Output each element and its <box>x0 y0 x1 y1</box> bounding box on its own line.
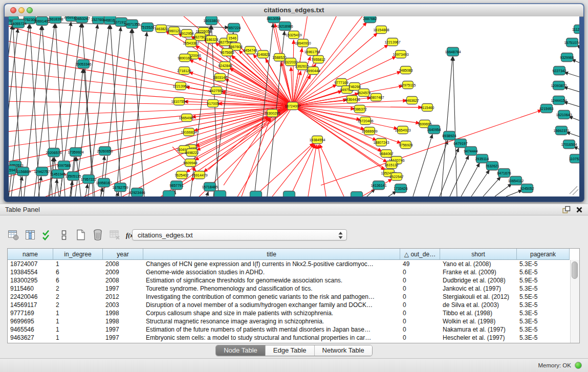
table-cell: 22420046 <box>8 293 53 301</box>
new-column-icon[interactable] <box>75 229 87 241</box>
table-cell: 2008 <box>103 260 143 268</box>
table-row[interactable]: 969969511998Structural magnetic resonanc… <box>8 317 579 325</box>
graph-node-label: 12213963 <box>172 84 188 88</box>
table-cell: 1 <box>53 317 103 325</box>
graph-node-label: 12093872 <box>551 84 567 87</box>
table-cell: 5.3E-5 <box>517 309 570 317</box>
table-cell: Wolkin et al. (1998) <box>440 317 517 325</box>
column-header[interactable]: in_degree <box>53 249 103 260</box>
table-row[interactable]: 2242004622012Investigating the contribut… <box>8 293 579 301</box>
graph-node[interactable] <box>250 191 262 197</box>
table-cell: 5.3E-5 <box>517 285 570 293</box>
table-cell: Genome-wide association studies in ADHD. <box>143 268 400 276</box>
table-selector[interactable]: citations_edges.txt <box>132 229 347 240</box>
column-header[interactable]: title <box>143 249 400 260</box>
graph-node-label: 11156869 <box>15 170 31 173</box>
table-row[interactable]: 946362711997Embryonic stem cells: a mode… <box>8 334 579 342</box>
table-cell: 5.3E-5 <box>517 260 570 268</box>
table-selector-value: citations_edges.txt <box>138 231 193 239</box>
graph-node-label: 15325419 <box>286 33 301 37</box>
column-header[interactable]: △ out_de… <box>400 249 440 260</box>
graph-node-label: 9329966 <box>560 56 574 59</box>
graph-node-label: 9684067 <box>379 152 393 156</box>
column-header[interactable]: name <box>8 249 53 260</box>
graph-node-label: 19166834 <box>181 130 197 134</box>
table-cell: 9115460 <box>8 285 53 293</box>
graph-node-label: 13505135 <box>65 174 81 178</box>
graph-node-label: 8454749 <box>243 49 257 52</box>
graph-node-label: 8427552 <box>209 89 223 93</box>
graph-node-label: 15654987 <box>179 116 194 120</box>
graph-node-label: 7485083 <box>399 69 412 72</box>
graph-node-label: 24364436 <box>344 98 360 101</box>
table-gear-icon[interactable] <box>7 229 19 241</box>
graph-node-label: 7386372 <box>353 107 366 111</box>
table-row[interactable]: 946554611997Estimation of the future num… <box>8 325 579 334</box>
graph-node[interactable] <box>351 192 363 197</box>
memory-status-icon[interactable] <box>575 362 582 369</box>
table-cell: Nakamura et al. (1997) <box>440 325 517 334</box>
column-header[interactable]: year <box>103 249 143 260</box>
graph-node-label: 18724007 <box>285 104 300 108</box>
column-header[interactable]: short <box>440 249 517 260</box>
table-mode-icon[interactable] <box>58 229 70 241</box>
table-row[interactable]: 911546021997Tourette syndrome. Phenomeno… <box>8 285 579 293</box>
network-canvas[interactable]: 2260538976230914055724206914061561839820… <box>9 16 579 196</box>
select-rows-icon[interactable] <box>41 229 53 241</box>
table-cell: 0 <box>400 309 440 317</box>
graph-node-label: 9242848 <box>218 64 232 68</box>
table-cell: 2012 <box>103 293 143 301</box>
status-bar: Memory: OK <box>0 358 588 372</box>
table-cell: Hescheler et al. (1997) <box>440 334 517 342</box>
graph-node-label: 8813054 <box>267 17 280 20</box>
close-panel-icon[interactable] <box>576 206 583 213</box>
delete-table-icon[interactable] <box>108 229 121 241</box>
graph-node-label: 2867608 <box>228 45 242 49</box>
tab-node-table[interactable]: Node Table <box>216 345 265 356</box>
table-cell: Changes of HCN gene expression and I(f) … <box>143 260 400 268</box>
tab-edge-table[interactable]: Edge Table <box>265 345 314 356</box>
graph-node-label: 18640910 <box>295 41 311 45</box>
graph-node-label: 9115460 <box>421 106 434 110</box>
table-cell: 1 <box>53 325 103 334</box>
table-row[interactable]: 1938455462009Genome-wide association stu… <box>8 268 579 276</box>
graph-node[interactable] <box>214 191 226 197</box>
table-cell: 5.3E-5 <box>517 334 570 342</box>
table-row[interactable]: 1456911722003Disruption of a novel membe… <box>8 301 579 309</box>
graph-node-label: 8938924 <box>442 134 456 138</box>
table-row[interactable]: 1872400712008Changes of HCN gene express… <box>8 260 579 268</box>
table-cell: Franke et al. (2009) <box>440 268 517 276</box>
tab-network-table[interactable]: Network Table <box>314 345 372 356</box>
network-graph[interactable]: 2260538976230914055724206914061561839820… <box>9 16 579 196</box>
graph-node-label: 16914479 <box>191 173 207 177</box>
combo-arrows-icon <box>338 231 343 242</box>
graph-node[interactable] <box>284 191 295 197</box>
graph-node[interactable] <box>163 191 175 197</box>
graph-node-label: 9777169 <box>334 81 348 84</box>
graph-node-label: 20206576 <box>46 151 61 155</box>
table-cell: 2009 <box>103 268 143 276</box>
graph-node-label: 9675685 <box>220 51 234 54</box>
graph-node-label: 3624574 <box>357 91 371 95</box>
graph-node-label: 9756928 <box>399 143 412 147</box>
graph-node-label: 9227342 <box>552 69 566 73</box>
graph-node-label: 8322037 <box>284 60 297 64</box>
table-cell: Jankovic et al. (1997) <box>440 285 517 293</box>
scrollbar-thumb[interactable] <box>572 261 578 279</box>
float-panel-icon[interactable] <box>562 206 571 214</box>
network-window-titlebar[interactable]: citations_edges.txt <box>5 4 583 17</box>
column-header[interactable]: pagerank <box>517 249 570 260</box>
delete-column-icon[interactable] <box>92 229 104 241</box>
graph-node-label: 19218986 <box>277 25 293 28</box>
graph-node-label: 7632621 <box>485 164 499 168</box>
table-scrollbar[interactable] <box>570 260 579 343</box>
table-columns-icon[interactable] <box>24 229 36 241</box>
table-cell: Stergiakouli et al. (2012) <box>440 293 517 301</box>
table-row[interactable]: 1830029562008Estimation of significance … <box>8 276 579 285</box>
graph-node-label: 25260650 <box>97 149 113 153</box>
resize-grip-icon[interactable] <box>570 186 578 195</box>
graph-node-label: 18226058 <box>195 30 211 33</box>
table-row[interactable]: 977716911998Corpus callosum shape and si… <box>8 309 579 317</box>
graph-node-label: 10653247 <box>74 17 90 20</box>
table-cell: Estimation of the future numbers of pati… <box>143 325 400 334</box>
